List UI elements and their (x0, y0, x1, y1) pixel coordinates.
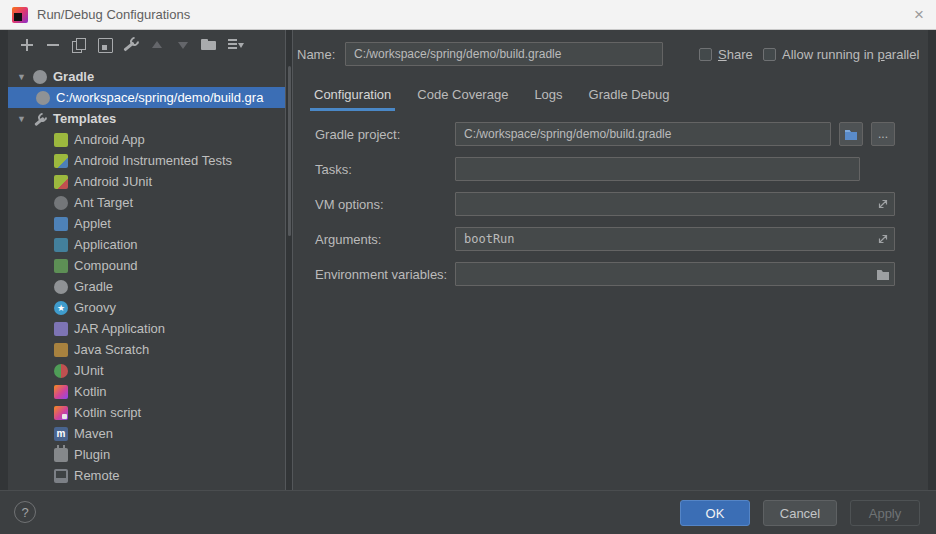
expand-icon[interactable] (876, 232, 890, 246)
tree-item-label: Android JUnit (74, 174, 152, 189)
tab-configuration[interactable]: Configuration (301, 81, 404, 111)
tasks-input[interactable] (455, 157, 860, 181)
move-down-button[interactable] (172, 34, 194, 56)
checkbox-box[interactable] (763, 48, 776, 61)
tree-item-label: Gradle (74, 279, 113, 294)
gradle-project-label: Gradle project: (315, 127, 455, 142)
tree-group-gradle[interactable]: Gradle (8, 66, 285, 87)
templates-list: Android App Android Instrumented Tests A… (8, 129, 285, 486)
tab-code-coverage[interactable]: Code Coverage (404, 81, 521, 111)
create-folder-button[interactable] (198, 34, 220, 56)
tasks-row: Tasks: (315, 157, 895, 181)
android-junit-icon (54, 175, 68, 189)
tab-label: Logs (534, 87, 562, 102)
sidebar-item-plugin[interactable]: Plugin (8, 444, 285, 465)
sidebar-item-android-instrumented-tests[interactable]: Android Instrumented Tests (8, 150, 285, 171)
expand-icon[interactable] (876, 197, 890, 211)
remote-icon (54, 469, 68, 483)
sidebar-item-remote[interactable]: Remote (8, 465, 285, 486)
tree-scrollbar-thumb[interactable] (288, 66, 291, 236)
arguments-label: Arguments: (315, 232, 455, 247)
copy-configuration-button[interactable] (68, 34, 90, 56)
tree-group-label: Gradle (53, 69, 94, 84)
maven-icon (54, 427, 68, 441)
gradle-project-input[interactable] (455, 122, 831, 146)
tab-gradle-debug[interactable]: Gradle Debug (576, 81, 683, 111)
vm-options-input[interactable] (455, 192, 895, 216)
footer-bar: ? OK Cancel Apply (0, 490, 936, 534)
ok-button[interactable]: OK (680, 500, 750, 526)
tree-item-label: JUnit (74, 363, 104, 378)
help-button[interactable]: ? (14, 501, 36, 523)
tab-label: Code Coverage (417, 87, 508, 102)
sidebar-item-kotlin-script[interactable]: Kotlin script (8, 402, 285, 423)
share-checkbox[interactable]: Share (699, 47, 753, 62)
application-icon (54, 238, 68, 252)
gradle-project-folder-button[interactable] (839, 122, 863, 146)
sort-configurations-button[interactable] (224, 34, 246, 56)
tree-item-label: Application (74, 237, 138, 252)
sidebar-item-maven[interactable]: Maven (8, 423, 285, 444)
android-app-icon (54, 133, 68, 147)
tab-label: Gradle Debug (589, 87, 670, 102)
tree-item-label: Compound (74, 258, 138, 273)
tree-group-label: Templates (53, 111, 116, 126)
remove-configuration-button[interactable] (42, 34, 64, 56)
compound-icon (54, 259, 68, 273)
environment-variables-row: Environment variables: (315, 262, 895, 286)
tree-item-selected-config[interactable]: C:/workspace/spring/demo/build.gra (8, 87, 285, 108)
checkbox-box[interactable] (699, 48, 712, 61)
environment-variables-label: Environment variables: (315, 267, 455, 282)
intellij-logo-icon (12, 7, 28, 23)
kotlin-icon (54, 385, 68, 399)
add-configuration-button[interactable] (16, 34, 38, 56)
gradle-project-more-button[interactable]: ... (871, 122, 895, 146)
sidebar-item-compound[interactable]: Compound (8, 255, 285, 276)
plugin-icon (54, 448, 68, 462)
gradle-project-row: Gradle project: ... (315, 122, 895, 146)
sidebar-item-jar-application[interactable]: JAR Application (8, 318, 285, 339)
tree-group-templates[interactable]: Templates (8, 108, 285, 129)
kotlin-script-icon (54, 406, 68, 420)
window-title: Run/Debug Configurations (37, 7, 190, 22)
tree-item-label: Maven (74, 426, 113, 441)
blue-folder-icon (844, 128, 858, 140)
junit-icon (54, 364, 68, 378)
allow-parallel-checkbox[interactable]: Allow running in parallel (763, 47, 919, 62)
chevron-down-icon (16, 72, 27, 82)
arguments-input[interactable] (455, 227, 895, 251)
ant-icon (54, 196, 68, 210)
name-label: Name: (297, 47, 335, 62)
tab-logs[interactable]: Logs (521, 81, 575, 111)
apply-button[interactable]: Apply (850, 500, 920, 526)
sidebar-item-junit[interactable]: JUnit (8, 360, 285, 381)
environment-variables-input[interactable] (455, 262, 895, 286)
configurations-panel: Gradle C:/workspace/spring/demo/build.gr… (8, 30, 285, 490)
tree-item-label: Ant Target (74, 195, 133, 210)
sidebar-item-groovy[interactable]: Groovy (8, 297, 285, 318)
edit-templates-button[interactable] (120, 34, 142, 56)
sidebar-item-gradle[interactable]: Gradle (8, 276, 285, 297)
right-scrollbar-track[interactable] (928, 30, 936, 490)
tree-scrollbar-track[interactable] (285, 30, 293, 490)
dialog-buttons: OK Cancel Apply (680, 500, 920, 526)
sidebar-item-android-junit[interactable]: Android JUnit (8, 171, 285, 192)
gradle-icon (33, 70, 47, 84)
sidebar-item-applet[interactable]: Applet (8, 213, 285, 234)
sidebar-item-application[interactable]: Application (8, 234, 285, 255)
title-bar[interactable]: Run/Debug Configurations × (0, 0, 936, 30)
sidebar-item-ant-target[interactable]: Ant Target (8, 192, 285, 213)
jar-icon (54, 322, 68, 336)
tree-item-label: Groovy (74, 300, 116, 315)
sidebar-item-android-app[interactable]: Android App (8, 129, 285, 150)
save-configuration-button[interactable] (94, 34, 116, 56)
left-inset-strip (0, 30, 8, 490)
move-up-button[interactable] (146, 34, 168, 56)
cancel-button[interactable]: Cancel (763, 500, 837, 526)
close-icon[interactable]: × (914, 6, 924, 23)
sidebar-item-java-scratch[interactable]: Java Scratch (8, 339, 285, 360)
tree-item-label: Kotlin script (74, 405, 141, 420)
name-input[interactable] (345, 42, 663, 66)
folder-icon[interactable] (876, 267, 890, 281)
sidebar-item-kotlin[interactable]: Kotlin (8, 381, 285, 402)
